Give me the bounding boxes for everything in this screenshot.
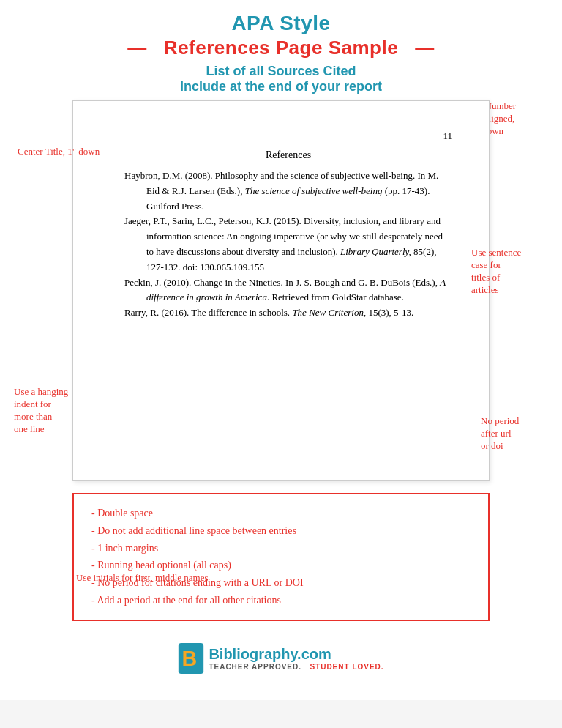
paper-entry-1: Haybron, D.M. (2008). Philosophy and the… (124, 168, 452, 214)
bibliography-b-icon: B (178, 643, 204, 674)
bullet-list: Double spaceDo not add additional line s… (91, 505, 473, 609)
annotation-sentence-case: Use sentencecase fortitles ofarticles (471, 247, 555, 297)
annotation-no-period: No periodafter urlor doi (481, 415, 558, 453)
paper-entry-3: Peckin, J. (2010). Change in the Ninetie… (124, 275, 452, 306)
footer-brand: Bibliography.com TEACHER APPROVED. STUDE… (209, 646, 383, 671)
bullet-box: Double spaceDo not add additional line s… (72, 493, 490, 621)
annotation-center-title: Center Title, 1" down (18, 146, 100, 158)
annotation-hanging-indent: Use a hangingindent formore thanone line (14, 386, 80, 436)
bullet-item: Double space (91, 505, 473, 522)
page-wrapper: APA Style — References Page Sample — Lis… (0, 0, 562, 700)
bullet-item: Do not add additional line space between… (91, 522, 473, 540)
svg-text:B: B (182, 646, 198, 669)
header-list-title: List of all Sources Cited (15, 64, 547, 79)
header: APA Style — References Page Sample — Lis… (0, 0, 562, 100)
dash-right: — (415, 37, 435, 59)
footer-tagline-student: STUDENT LOVED. (310, 663, 383, 671)
footer-tagline-teacher: TEACHER APPROVED. (209, 663, 301, 671)
paper-container: Page Numberright aligned,1/2" down 11 Re… (18, 100, 544, 621)
paper-entry-4: Rarry, R. (2016). The difference in scho… (124, 305, 452, 321)
footer-tagline: TEACHER APPROVED. STUDENT LOVED. (209, 663, 383, 671)
footer-logo: B Bibliography.com TEACHER APPROVED. STU… (0, 643, 562, 674)
footer: B Bibliography.com TEACHER APPROVED. STU… (0, 636, 562, 686)
dash-left: — (127, 37, 147, 59)
footer-brand-name: Bibliography.com (209, 646, 331, 663)
annotation-initials: Use initials for first, middle names (76, 572, 209, 584)
bullet-item: 1 inch margins (91, 540, 473, 557)
bullet-item: Add a period at the end for all other ci… (91, 592, 473, 609)
header-include: Include at the end of your report (15, 79, 547, 94)
header-subtitle: — References Page Sample — (15, 37, 547, 59)
subtitle-main: References Page Sample (164, 37, 398, 59)
header-title: APA Style (15, 12, 547, 35)
paper-page-number: 11 (124, 130, 452, 142)
paper-references-title: References (124, 149, 452, 161)
paper-entry-2: Jaeger, P.T., Sarin, L.C., Peterson, K.J… (124, 214, 452, 275)
paper: 11 References Haybron, D.M. (2008). Phil… (72, 100, 490, 481)
